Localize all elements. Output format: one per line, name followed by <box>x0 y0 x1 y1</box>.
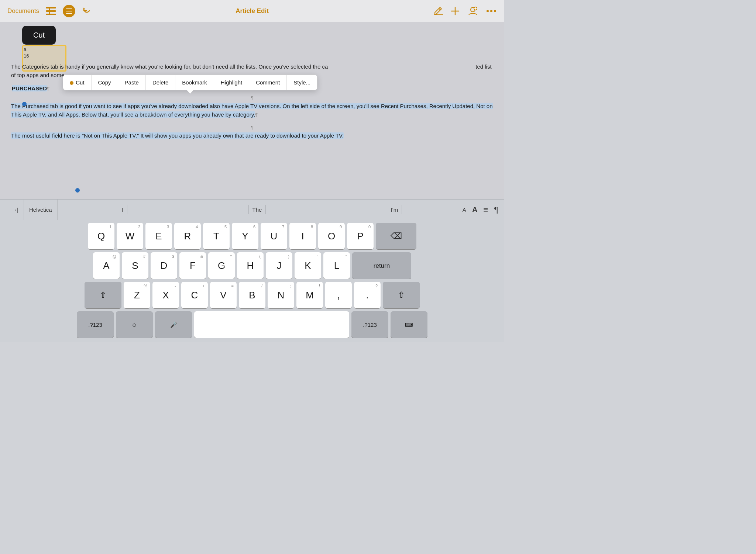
mic-key[interactable]: 🎤 <box>155 311 192 338</box>
ctx-copy[interactable]: Copy <box>92 75 118 90</box>
backspace-key[interactable]: ⌫ <box>376 223 416 249</box>
pen-icon-button[interactable] <box>433 6 443 16</box>
key-i[interactable]: 8I <box>289 223 316 249</box>
align-icon[interactable]: ≡ <box>483 205 488 215</box>
suggestion-1[interactable]: I <box>118 205 127 214</box>
tab-key-toolbar[interactable]: →| <box>6 200 24 220</box>
hide-keyboard-key[interactable]: ⌨ <box>391 311 427 338</box>
cut-popup: Cut <box>22 26 56 45</box>
selection-handle-start[interactable] <box>22 102 27 106</box>
numbers-key-right[interactable]: .?123 <box>351 311 388 338</box>
ctx-dot <box>70 81 73 85</box>
top-bar-left: Documents <box>7 5 92 17</box>
right-shift-key[interactable]: ⇧ <box>383 282 420 308</box>
document-area: Cut Cut Copy Paste Delete Bookmark Highl… <box>0 22 504 199</box>
add-button[interactable] <box>450 6 460 16</box>
more-icon <box>486 9 497 13</box>
key-z[interactable]: %Z <box>124 282 150 308</box>
pilcrow-icon[interactable]: ¶ <box>494 205 498 215</box>
key-h[interactable]: (H <box>237 252 264 279</box>
ctx-cut[interactable]: Cut <box>63 75 92 90</box>
sidebar-icon <box>46 7 56 15</box>
pilcrow-center-1: ¶ <box>11 95 493 101</box>
user-icon <box>467 6 478 17</box>
key-t[interactable]: 5T <box>203 223 230 249</box>
top-bar: Documents Article Edit <box>0 0 504 22</box>
font-size-large[interactable]: A <box>472 205 477 214</box>
pen-icon <box>433 6 443 16</box>
numbers-key-left[interactable]: .?123 <box>77 311 114 338</box>
plus-icon <box>450 6 460 16</box>
undo-button[interactable] <box>82 6 92 16</box>
key-row-3: ⇧ %Z -X +C =V /B ;N !M , ?. ⇧ <box>1 282 503 308</box>
paragraph-3: The most useful field here is "Not on Th… <box>11 132 493 140</box>
cut-bubble-label[interactable]: Cut <box>22 26 56 45</box>
selection-handle-end[interactable] <box>75 188 80 193</box>
key-row-2: @A #S $D &F *G (H )J 'K "L return <box>1 252 503 279</box>
key-u[interactable]: 7U <box>261 223 287 249</box>
key-e[interactable]: 3E <box>145 223 172 249</box>
suggestion-2[interactable]: The <box>248 205 266 214</box>
key-j[interactable]: )J <box>266 252 292 279</box>
more-button[interactable] <box>486 9 497 13</box>
emoji-key[interactable]: ☺ <box>116 311 153 338</box>
left-shift-key[interactable]: ⇧ <box>85 282 121 308</box>
key-m[interactable]: !M <box>296 282 323 308</box>
keyboard-area: 1Q 2W 3E 4R 5T 6Y 7U 8I 9O 0P ⌫ @A #S $D… <box>0 220 504 342</box>
key-c[interactable]: +C <box>181 282 208 308</box>
key-period[interactable]: ?. <box>354 282 381 308</box>
key-p[interactable]: 0P <box>347 223 374 249</box>
top-bar-right <box>433 6 497 17</box>
user-button[interactable] <box>467 6 478 17</box>
suggestion-area: I The I'm <box>58 205 463 214</box>
key-row-1: 1Q 2W 3E 4R 5T 6Y 7U 8I 9O 0P ⌫ <box>1 223 503 249</box>
key-x[interactable]: -X <box>152 282 179 308</box>
small-text-area: a16 <box>24 46 29 59</box>
key-y[interactable]: 6Y <box>232 223 258 249</box>
key-k[interactable]: 'K <box>295 252 321 279</box>
list-icon <box>63 5 75 17</box>
ctx-style[interactable]: Style... <box>287 75 317 90</box>
key-s[interactable]: #S <box>122 252 148 279</box>
return-key[interactable]: return <box>352 252 411 279</box>
space-key[interactable] <box>194 311 349 338</box>
key-o[interactable]: 9O <box>318 223 345 249</box>
key-q[interactable]: 1Q <box>88 223 114 249</box>
svg-rect-1 <box>46 10 56 12</box>
font-label[interactable]: Helvetica <box>24 200 58 220</box>
ctx-comment[interactable]: Comment <box>249 75 287 90</box>
list-menu-button[interactable] <box>63 5 75 17</box>
svg-point-11 <box>490 10 492 12</box>
ctx-bookmark[interactable]: Bookmark <box>175 75 214 90</box>
key-comma[interactable]: , <box>325 282 352 308</box>
key-w[interactable]: 2W <box>117 223 143 249</box>
pilcrow-center-2: ¶ <box>11 125 493 130</box>
key-r[interactable]: 4R <box>174 223 201 249</box>
ctx-highlight[interactable]: Highlight <box>214 75 249 90</box>
paragraph-2: The Purchased tab is good if you want to… <box>11 102 493 119</box>
documents-button[interactable]: Documents <box>7 7 39 15</box>
svg-point-12 <box>494 10 496 12</box>
kb-right-tools: A A ≡ ¶ <box>463 205 498 215</box>
keyboard-toolbar: →| Helvetica I The I'm A A ≡ ¶ <box>0 199 504 220</box>
key-b[interactable]: /B <box>239 282 265 308</box>
undo-icon <box>82 6 92 16</box>
key-g[interactable]: *G <box>208 252 235 279</box>
key-v[interactable]: =V <box>210 282 237 308</box>
key-l[interactable]: "L <box>323 252 350 279</box>
paragraph-1: The Categories tab is handy if you gener… <box>11 33 493 79</box>
svg-point-10 <box>487 10 489 12</box>
key-d[interactable]: $D <box>151 252 177 279</box>
context-menu: Cut Copy Paste Delete Bookmark Highlight… <box>63 75 317 90</box>
ctx-delete[interactable]: Delete <box>146 75 175 90</box>
ctx-paste[interactable]: Paste <box>118 75 146 90</box>
sidebar-toggle-button[interactable] <box>46 7 56 15</box>
key-a[interactable]: @A <box>93 252 120 279</box>
key-n[interactable]: ;N <box>268 282 294 308</box>
suggestion-3[interactable]: I'm <box>387 205 402 214</box>
key-f[interactable]: &F <box>179 252 206 279</box>
key-row-bottom: .?123 ☺ 🎤 .?123 ⌨ <box>1 311 503 338</box>
font-size-small[interactable]: A <box>463 207 466 213</box>
page-title: Article Edit <box>236 7 269 15</box>
